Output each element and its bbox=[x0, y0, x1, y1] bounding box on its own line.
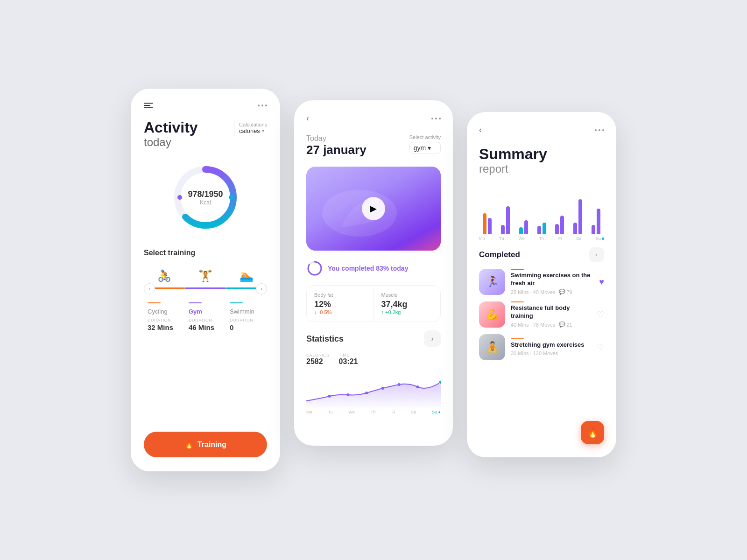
stretching-exercise-name: Stretching gym exercises bbox=[511, 341, 591, 349]
body-fat-stat: Body fat 12% ↓ -0.5% bbox=[307, 286, 374, 322]
statistics-chart bbox=[306, 371, 441, 408]
stretching-exercise-meta: 30 Mins · 120 Moves bbox=[511, 350, 591, 356]
time-mini-value: 03:21 bbox=[339, 357, 358, 366]
statistics-title: Statistics bbox=[306, 334, 344, 344]
svg-point-8 bbox=[328, 395, 331, 398]
select-training-label: Select training bbox=[144, 249, 267, 257]
phone-activity: Activity today Calculations calories ▾ bbox=[131, 89, 280, 471]
summary-title-big: Summary bbox=[479, 146, 604, 162]
svg-point-13 bbox=[416, 385, 419, 388]
play-button[interactable]: ▶ bbox=[362, 197, 385, 220]
chevron-icon: ▾ bbox=[262, 128, 264, 133]
bar-pair-fi bbox=[555, 192, 564, 234]
donut-center: 978/1950 Kcal bbox=[188, 189, 223, 206]
calc-label: Calculations bbox=[239, 122, 267, 127]
swimming-exercise-icon: 🏃‍♀️ bbox=[486, 276, 499, 288]
bar-th-cyan bbox=[543, 223, 546, 234]
stretching-exercise-info: Stretching gym exercises 30 Mins · 120 M… bbox=[511, 338, 591, 356]
bar-fi-purple2 bbox=[560, 216, 564, 234]
prev-tab-button[interactable]: ‹ bbox=[144, 283, 155, 294]
select-activity-label: Select activity bbox=[409, 134, 441, 140]
cycling-duration: 32 Mins bbox=[148, 323, 181, 331]
more-options-icon-3[interactable] bbox=[595, 129, 604, 131]
gym-item: Gym DURATION 46 Mins bbox=[185, 302, 226, 331]
bar-label-fi: Fi bbox=[558, 236, 562, 241]
bar-pair-sa bbox=[573, 192, 582, 234]
exercise-stretching: 🧘 Stretching gym exercises 30 Mins · 120… bbox=[479, 334, 604, 360]
day-sa: Sa bbox=[411, 410, 416, 414]
resistance-exercise-icon: 💪 bbox=[486, 308, 499, 321]
video-thumbnail: ▶ bbox=[306, 167, 441, 251]
statistics-arrow-button[interactable]: › bbox=[424, 330, 441, 347]
more-options-icon[interactable] bbox=[258, 105, 267, 106]
day-mo: Mo bbox=[306, 410, 312, 414]
fab-button[interactable]: 🔥 bbox=[581, 421, 604, 444]
activity-title: Activity today bbox=[144, 119, 198, 149]
swimming-thumb-inner: 🏃‍♀️ bbox=[479, 269, 505, 295]
gym-duration: 46 Mins bbox=[189, 323, 222, 331]
svg-point-10 bbox=[365, 392, 368, 394]
cycling-icon: 🚴 bbox=[157, 269, 171, 282]
swimming-thumb: 🏃‍♀️ bbox=[479, 269, 505, 295]
swimming-name: Swimmin bbox=[230, 308, 263, 315]
bar-su-purple2 bbox=[597, 209, 600, 234]
completed-arrow-button[interactable]: › bbox=[589, 247, 604, 262]
resistance-thumb-inner: 💪 bbox=[479, 301, 505, 328]
training-btn-label: Training bbox=[197, 441, 226, 449]
activity-title-bold: Activity bbox=[144, 119, 198, 136]
swimming-comment-count: 💬 79 bbox=[559, 289, 572, 295]
more-options-icon-2[interactable] bbox=[431, 118, 441, 119]
swimming-underline bbox=[230, 302, 243, 303]
summary-title: Summary report bbox=[479, 146, 604, 175]
activity-dropdown[interactable]: gym ▾ bbox=[409, 142, 441, 154]
heart-icon-stretching[interactable]: ♡ bbox=[597, 342, 604, 352]
calories-mini: CALORIES 2582 bbox=[306, 353, 330, 366]
bar-th bbox=[534, 192, 550, 234]
exercise-resistance: 💪 Resistance full body training 40 Mins … bbox=[479, 301, 604, 328]
bar-pair-mo bbox=[483, 192, 492, 234]
bar-th-purple1 bbox=[537, 226, 541, 234]
swimming-exercise-meta: 25 Mins · 40 Moves 💬 79 bbox=[511, 289, 593, 295]
training-tabs: 🚴 🏋️ 🏊 ‹ › bbox=[144, 265, 267, 289]
swimming-exercise-underline bbox=[511, 269, 524, 270]
training-list: Cycling DURATION 32 Mins Gym DURATION 46… bbox=[144, 302, 267, 331]
progress-row: You completed 83% today bbox=[306, 260, 441, 277]
exercise-swimming: 🏃‍♀️ Swimming exercises on the fresh air… bbox=[479, 269, 604, 295]
calories-mini-label: CALORIES bbox=[306, 353, 330, 357]
back-button[interactable]: ‹ bbox=[306, 113, 309, 123]
svg-point-12 bbox=[398, 383, 401, 386]
swimming-item: Swimmin DURATION 0 bbox=[226, 302, 267, 331]
activity-value: gym bbox=[414, 144, 426, 152]
calc-value[interactable]: calories ▾ bbox=[239, 127, 267, 134]
resistance-comment-count: 💬 21 bbox=[559, 322, 572, 328]
body-fat-label: Body fat bbox=[314, 292, 366, 298]
bar-label-sa: Sa bbox=[576, 236, 581, 241]
back-button-3[interactable]: ‹ bbox=[479, 125, 482, 135]
calculations-control: Calculations calories ▾ bbox=[239, 122, 267, 134]
time-mini-label: TIME bbox=[339, 353, 358, 357]
completed-title: Completed bbox=[479, 250, 520, 259]
statistics-row: Statistics › bbox=[306, 330, 441, 347]
comment-icon: 💬 bbox=[559, 289, 565, 295]
tab-gym[interactable]: 🏋️ bbox=[185, 265, 226, 289]
bar-we-cyan bbox=[519, 227, 523, 234]
bar-pair-su bbox=[592, 192, 600, 234]
bar-tu-purple bbox=[501, 225, 505, 234]
training-button[interactable]: 🔥 Training bbox=[144, 432, 267, 457]
next-tab-button[interactable]: › bbox=[256, 283, 267, 294]
bar-su-purple1 bbox=[592, 225, 595, 234]
phone3-header: ‹ bbox=[479, 125, 604, 135]
phone1-header bbox=[144, 103, 267, 108]
heart-icon-resistance[interactable]: ♡ bbox=[597, 309, 604, 320]
bar-label-mo: Mo bbox=[479, 236, 485, 241]
heart-icon-swimming[interactable]: ♥ bbox=[599, 277, 604, 287]
screens-container: Activity today Calculations calories ▾ bbox=[131, 89, 616, 471]
muscle-label: Muscle bbox=[381, 292, 433, 298]
activity-select-section: Select activity gym ▾ bbox=[409, 134, 441, 154]
menu-icon[interactable] bbox=[144, 103, 153, 108]
bar-label-th: Th bbox=[539, 236, 544, 241]
bar-tu bbox=[497, 192, 514, 234]
donut-value: 978/1950 bbox=[188, 189, 223, 199]
bar-sa-purple1 bbox=[573, 223, 577, 234]
bar-we bbox=[515, 192, 532, 234]
